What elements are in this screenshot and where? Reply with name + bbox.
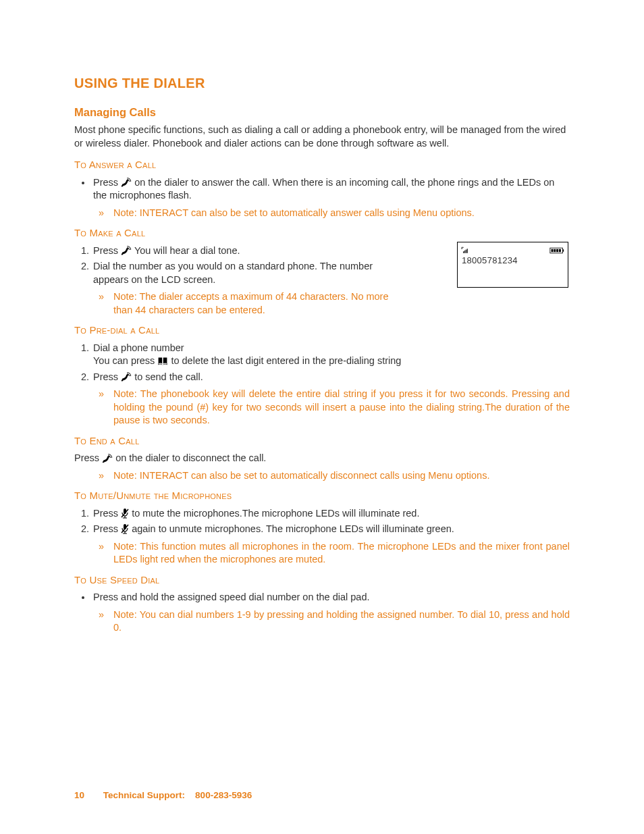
page-number: 10 — [74, 790, 84, 800]
phonebook-icon — [157, 356, 168, 365]
page-footer: 10 Technical Support: 800-283-5936 — [74, 789, 252, 802]
text: You can press — [93, 355, 157, 366]
svg-rect-7 — [554, 249, 556, 252]
mute-list: Press to mute the microphones.The microp… — [74, 507, 570, 536]
answer-call-list: Press on the dialer to answer the call. … — [74, 176, 570, 203]
lcd-number: 18005781234 — [458, 253, 568, 267]
text: Press — [93, 177, 121, 188]
heading-speed-dial: To Use Speed Dial — [74, 573, 570, 587]
note-end: Note: INTERACT can also be set to automa… — [113, 469, 570, 483]
svg-rect-2 — [466, 250, 466, 253]
text: You will hear a dial tone. — [134, 245, 240, 256]
signal-icon — [461, 244, 469, 253]
svg-rect-9 — [559, 249, 561, 252]
text: Press — [93, 508, 121, 519]
manual-page: USING THE DIALER Managing Calls Most pho… — [0, 0, 644, 834]
speed-dial-list: Press and hold the assigned speed dial n… — [74, 591, 570, 604]
heading-answer-call: To Answer a Call — [74, 158, 570, 172]
heading-end-call: To End a Call — [74, 434, 570, 448]
text: on the dialer to answer the call. When t… — [93, 177, 554, 201]
note-answer: Note: INTERACT can also be set to automa… — [113, 207, 570, 220]
mute-step-1: Press to mute the microphones.The microp… — [92, 507, 570, 521]
svg-rect-3 — [467, 249, 468, 253]
text: Press — [93, 371, 121, 382]
intro-paragraph: Most phone specific functions, such as d… — [74, 124, 570, 150]
answer-call-item: Press on the dialer to answer the call. … — [92, 176, 570, 203]
make-call-step-2: Dial the number as you would on a standa… — [92, 260, 382, 286]
text: to send the call. — [134, 371, 203, 382]
note-speed: Note: You can dial numbers 1-9 by pressi… — [113, 608, 570, 635]
end-call-body: Press on the dialer to disconnect the ca… — [74, 452, 570, 465]
text: Press — [93, 245, 121, 256]
phone-icon — [121, 246, 132, 255]
phone-icon — [102, 453, 113, 463]
predial-step-1: Dial a phone number You can press to del… — [92, 342, 570, 368]
text: Press — [93, 523, 121, 534]
lcd-status-bar — [458, 242, 568, 253]
svg-rect-6 — [552, 249, 554, 252]
section-subtitle: Managing Calls — [74, 105, 570, 120]
note-predial: Note: The phonebook key will delete the … — [113, 388, 570, 427]
support-label: Technical Support: — [103, 790, 185, 800]
text: Dial a phone number — [93, 342, 184, 353]
text: to mute the microphones.The microphone L… — [132, 508, 419, 519]
page-title: USING THE DIALER — [74, 74, 570, 93]
microphone-mute-icon — [121, 508, 129, 518]
predial-step-2: Press to send the call. — [92, 371, 570, 384]
text: to delete the last digit entered in the … — [171, 355, 401, 366]
svg-rect-0 — [463, 251, 464, 253]
text: again to unmute microphones. The microph… — [132, 523, 454, 534]
note-make: Note: The dialer accepts a maximum of 44… — [113, 290, 404, 317]
text: Press — [74, 452, 102, 463]
phone-icon — [121, 372, 132, 382]
heading-mute: To Mute/Unmute the Microphones — [74, 489, 570, 502]
text: on the dialer to disconnect the call. — [115, 452, 266, 463]
support-number: 800-283-5936 — [195, 790, 252, 800]
predial-list: Dial a phone number You can press to del… — [74, 342, 570, 384]
svg-rect-8 — [556, 249, 558, 252]
svg-rect-1 — [464, 251, 465, 253]
note-mute: Note: This function mutes all microphone… — [113, 540, 570, 567]
heading-predial: To Pre-dial a Call — [74, 323, 570, 337]
phone-icon — [121, 178, 132, 187]
lcd-figure: 18005781234 — [457, 242, 568, 288]
battery-icon — [549, 244, 564, 253]
mute-step-2: Press again to unmute microphones. The m… — [92, 523, 570, 536]
heading-make-call: To Make a Call — [74, 226, 570, 240]
svg-rect-5 — [562, 249, 564, 251]
speed-dial-item: Press and hold the assigned speed dial n… — [92, 591, 570, 604]
microphone-mute-icon — [121, 523, 129, 533]
